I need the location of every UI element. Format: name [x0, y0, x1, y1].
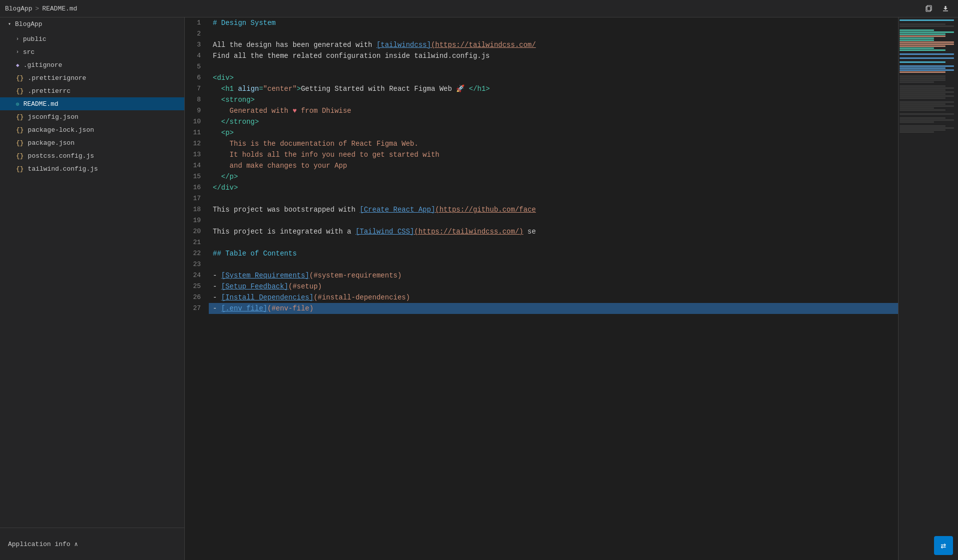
sidebar-project-root[interactable]: ▾ BlogApp	[0, 17, 184, 30]
chevron-up-icon: ∧	[74, 541, 78, 548]
minimap-line	[900, 45, 946, 47]
sidebar-public-label: public	[23, 35, 46, 43]
bracket-icon-3: {}	[16, 113, 24, 121]
top-bar-actions	[921, 2, 953, 15]
terminal-button[interactable]: ⇄	[934, 536, 953, 555]
breadcrumb-project: BlogApp	[5, 5, 32, 12]
line-number: 14	[185, 160, 209, 171]
copy-button[interactable]	[921, 2, 936, 15]
minimap-line	[900, 79, 946, 81]
minimap-line	[900, 71, 946, 73]
sidebar-postcss-label: postcss.config.js	[28, 152, 94, 160]
minimap-line	[900, 21, 957, 23]
minimap-line	[900, 63, 957, 65]
sidebar-gitignore-label: .gitignore	[23, 61, 62, 69]
sidebar-item-tailwind[interactable]: {} tailwind.config.js	[0, 162, 184, 175]
code-editor[interactable]: 1 # Design System 2 3 All the design has…	[185, 17, 898, 560]
minimap-line	[900, 33, 946, 35]
line-content: - [.env file](#env-file)	[209, 303, 898, 314]
minimap-lines	[899, 17, 958, 135]
line-number: 1	[185, 17, 209, 28]
editor-area: 1 # Design System 2 3 All the design has…	[185, 17, 958, 560]
table-row: 15 </p>	[185, 171, 898, 182]
minimap-line	[900, 81, 934, 83]
minimap-line	[900, 91, 954, 93]
minimap-line	[900, 89, 946, 91]
line-content: <strong>	[209, 94, 898, 105]
table-row: 1 # Design System	[185, 17, 898, 28]
sidebar-item-readme[interactable]: ⊙ README.md	[0, 97, 184, 110]
minimap-line	[900, 109, 946, 111]
line-number: 23	[185, 259, 209, 270]
line-content: # Design System	[209, 17, 898, 28]
line-content: Find all the theme related configuration…	[209, 50, 898, 61]
line-content: ## Table of Contents	[209, 248, 898, 259]
minimap-line	[900, 25, 954, 27]
minimap-line	[900, 129, 946, 131]
sidebar-item-gitignore[interactable]: ◆ .gitignore	[0, 58, 184, 71]
breadcrumb-file: README.md	[42, 5, 77, 12]
line-number: 17	[185, 193, 209, 204]
diamond-icon: ◆	[16, 62, 19, 68]
line-number: 18	[185, 204, 209, 215]
line-content: This is the documentation of React Figma…	[209, 138, 898, 149]
line-content: <p>	[209, 127, 898, 138]
line-content: All the design has been generated with […	[209, 39, 898, 50]
line-number: 7	[185, 83, 209, 94]
bracket-icon-6: {}	[16, 152, 24, 160]
sidebar-item-packagelock[interactable]: {} package-lock.json	[0, 123, 184, 136]
minimap-line	[900, 127, 954, 129]
line-content: It holds all the info you need to get st…	[209, 149, 898, 160]
line-content	[209, 28, 898, 39]
table-row: 4 Find all the theme related configurati…	[185, 50, 898, 61]
line-number: 11	[185, 127, 209, 138]
minimap-line	[900, 131, 934, 133]
table-row: 14 and make changes to your App	[185, 160, 898, 171]
line-number: 9	[185, 105, 209, 116]
line-number: 10	[185, 116, 209, 127]
line-content: <h1 align="center">Getting Started with …	[209, 83, 898, 94]
line-number: 13	[185, 149, 209, 160]
line-number: 3	[185, 39, 209, 50]
table-row: 2	[185, 28, 898, 39]
sidebar-item-package[interactable]: {} package.json	[0, 136, 184, 149]
sidebar-item-src[interactable]: › src	[0, 45, 184, 58]
table-row: 7 <h1 align="center">Getting Started wit…	[185, 83, 898, 94]
minimap-line	[900, 35, 946, 37]
minimap-line	[900, 121, 934, 123]
minimap-line	[900, 69, 954, 71]
bracket-icon-5: {}	[16, 139, 24, 147]
table-row: 13 It holds all the info you need to get…	[185, 149, 898, 160]
minimap-line	[900, 59, 957, 61]
sidebar-footer[interactable]: Application info ∧	[0, 528, 184, 560]
sidebar-readme-label: README.md	[23, 100, 58, 108]
sidebar-item-prettierrc[interactable]: {} .prettierrc	[0, 84, 184, 97]
sidebar-item-prettierignore[interactable]: {} .prettierignore	[0, 71, 184, 84]
line-number: 20	[185, 226, 209, 237]
sidebar-src-label: src	[23, 48, 34, 56]
circle-icon: ⊙	[16, 101, 19, 107]
minimap-inner	[899, 17, 958, 560]
minimap-line	[900, 29, 934, 31]
bracket-icon-1: {}	[16, 74, 24, 82]
table-row: 16 </div>	[185, 182, 898, 193]
sidebar-item-jsconfig[interactable]: {} jsconfig.json	[0, 110, 184, 123]
sidebar-item-postcss[interactable]: {} postcss.config.js	[0, 149, 184, 162]
bracket-icon-7: {}	[16, 165, 24, 173]
line-content	[209, 61, 898, 72]
line-content: This project is integrated with a [Tailw…	[209, 226, 898, 237]
app-info-label: Application info	[8, 541, 70, 548]
minimap-line	[900, 51, 957, 53]
line-number: 4	[185, 50, 209, 61]
sidebar: ▾ BlogApp › public › src ◆ .gitignore {}	[0, 17, 185, 560]
download-button[interactable]	[938, 2, 953, 15]
line-number: 27	[185, 303, 209, 314]
sidebar-item-public[interactable]: › public	[0, 32, 184, 45]
minimap-line	[900, 95, 954, 97]
minimap-line	[900, 123, 957, 125]
minimap	[898, 17, 958, 560]
sidebar-prettierignore-label: .prettierignore	[28, 74, 86, 82]
minimap-line	[900, 99, 957, 101]
terminal-icon: ⇄	[941, 540, 947, 551]
line-number: 5	[185, 61, 209, 72]
